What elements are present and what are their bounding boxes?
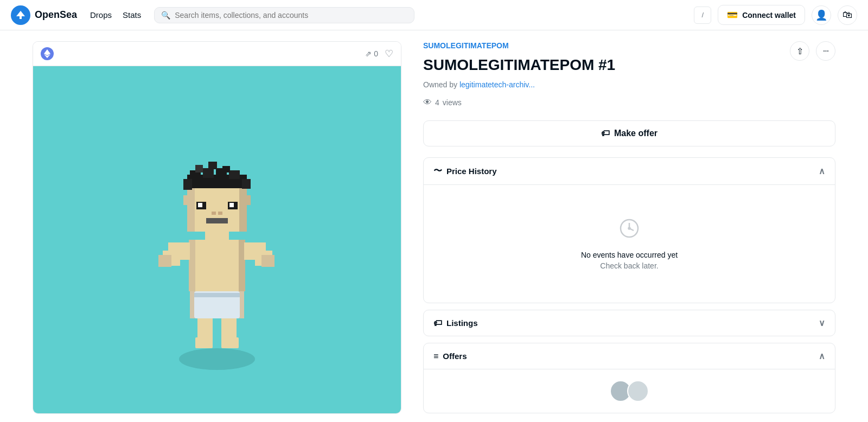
cart-icon: 🛍	[843, 9, 852, 21]
search-bar[interactable]: 🔍	[154, 7, 414, 23]
collection-name-link[interactable]: SUMOLEGITIMATEPOM	[423, 41, 835, 50]
svg-rect-34	[183, 195, 190, 205]
wallet-icon: 💳	[727, 10, 738, 20]
svg-rect-33	[208, 162, 217, 169]
svg-rect-11	[189, 240, 245, 291]
user-icon: 👤	[815, 9, 827, 21]
svg-rect-38	[198, 203, 202, 207]
price-history-header-left: 〜 Price History	[433, 165, 497, 177]
navbar-right: / 💳 Connect wallet 👤 🛍	[694, 5, 857, 25]
svg-rect-7	[221, 316, 237, 340]
offers-header[interactable]: ≡ Offers ∧	[424, 343, 835, 369]
external-link-icon[interactable]: ⇗	[365, 49, 372, 58]
opensea-logo-text: OpenSea	[35, 9, 77, 21]
svg-rect-10	[194, 293, 240, 297]
svg-point-3	[179, 348, 255, 370]
offer-avatar-2	[627, 380, 649, 402]
nav-stats[interactable]: Stats	[123, 10, 141, 20]
svg-rect-19	[261, 255, 275, 267]
share-icon: ⇧	[796, 46, 803, 56]
left-panel: ⇗ 0 ♡	[33, 41, 401, 420]
offers-section: ≡ Offers ∧	[423, 343, 835, 413]
search-icon: 🔍	[161, 11, 170, 20]
svg-rect-26	[242, 179, 251, 189]
panel-actions: ⇧ ···	[790, 41, 835, 61]
ethereum-icon	[41, 47, 54, 60]
listings-expand-icon: ∨	[819, 318, 825, 328]
owner-link[interactable]: legitimatetech-archiv...	[459, 80, 535, 89]
right-panel-top: ⇧ ··· SUMOLEGITIMATEPOM SUMOLEGITIMATEPO…	[423, 41, 835, 107]
nft-image-display	[33, 66, 401, 413]
offers-list-icon: ≡	[433, 351, 438, 361]
sumo-svg	[136, 88, 298, 392]
svg-rect-39	[229, 203, 234, 207]
user-profile-button[interactable]: 👤	[812, 5, 831, 25]
nft-image-card: ⇗ 0 ♡	[33, 41, 401, 414]
listings-header[interactable]: 🏷 Listings ∨	[424, 310, 835, 336]
favorite-icon[interactable]: ♡	[385, 48, 393, 60]
views-label: views	[443, 98, 462, 107]
price-history-content: No events have occurred yet Check back l…	[424, 184, 835, 303]
nft-title: SUMOLEGITIMATEPOM #1	[423, 56, 835, 74]
svg-rect-31	[195, 165, 203, 172]
make-offer-button[interactable]: 🏷 Make offer	[423, 120, 835, 146]
svg-rect-16	[158, 255, 171, 267]
svg-rect-41	[218, 212, 222, 215]
svg-rect-28	[203, 168, 214, 178]
opensea-boat-icon	[15, 10, 26, 21]
price-history-empty-title: No events have occurred yet	[445, 251, 813, 259]
svg-point-46	[629, 228, 630, 229]
main-content: ⇗ 0 ♡	[0, 30, 868, 422]
opensea-logo-icon	[11, 5, 30, 25]
card-header-actions: ⇗ 0 ♡	[365, 48, 393, 60]
nav-links: Drops Stats	[90, 10, 141, 20]
offers-collapse-icon: ∧	[819, 351, 825, 361]
connect-wallet-button[interactable]: 💳 Connect wallet	[718, 5, 805, 25]
clock-icon	[445, 218, 813, 244]
svg-rect-40	[212, 212, 216, 215]
right-panel: ⇧ ··· SUMOLEGITIMATEPOM SUMOLEGITIMATEPO…	[401, 41, 835, 420]
cart-button[interactable]: 🛍	[838, 5, 857, 25]
search-input[interactable]	[175, 11, 407, 20]
price-history-section: 〜 Price History ∧ No events have	[423, 157, 835, 303]
price-history-collapse-icon: ∧	[819, 166, 825, 176]
svg-marker-1	[44, 49, 50, 55]
eye-icon: 👁	[423, 98, 432, 107]
views-section: 👁 4 views	[423, 98, 835, 107]
share-button[interactable]: ⇧	[790, 41, 809, 61]
more-options-icon: ···	[823, 46, 828, 56]
listings-tag-icon: 🏷	[433, 318, 442, 328]
offers-header-left: ≡ Offers	[433, 351, 467, 361]
opensea-logo[interactable]: OpenSea	[11, 5, 77, 25]
svg-rect-30	[229, 170, 240, 179]
navbar: OpenSea Drops Stats 🔍 / 💳 Connect wallet…	[0, 0, 868, 30]
image-card-header: ⇗ 0 ♡	[33, 42, 401, 66]
svg-rect-42	[206, 218, 228, 223]
chart-icon: 〜	[433, 165, 442, 177]
svg-rect-0	[20, 16, 22, 19]
external-link-group: ⇗ 0	[365, 49, 378, 58]
eth-diamond-icon	[44, 49, 50, 58]
favorites-count: 0	[374, 49, 378, 58]
svg-rect-35	[244, 195, 251, 205]
owned-by-text: Owned by legitimatetech-archiv...	[423, 80, 835, 89]
price-history-empty-sub: Check back later.	[445, 261, 813, 270]
offers-content	[424, 369, 835, 413]
views-count: 4	[435, 98, 439, 107]
svg-rect-32	[222, 166, 230, 172]
listings-header-left: 🏷 Listings	[433, 318, 478, 328]
price-history-header[interactable]: 〜 Price History ∧	[424, 158, 835, 184]
nav-drops[interactable]: Drops	[90, 10, 112, 20]
svg-rect-6	[197, 316, 213, 340]
more-options-button[interactable]: ···	[816, 41, 835, 61]
listings-section: 🏷 Listings ∨	[423, 310, 835, 336]
slash-shortcut[interactable]: /	[694, 7, 711, 24]
price-history-empty: No events have occurred yet Check back l…	[435, 196, 824, 292]
svg-rect-25	[183, 179, 192, 190]
offers-avatar-group	[610, 380, 649, 402]
tag-icon: 🏷	[601, 129, 610, 138]
